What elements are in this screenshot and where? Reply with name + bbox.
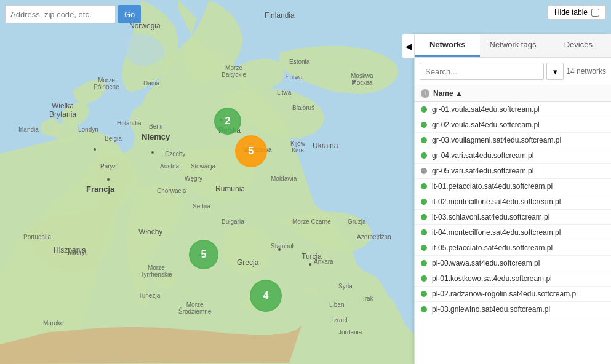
network-row[interactable]: gr-05.vari.sat4edu.softcream.pl	[415, 164, 611, 179]
network-row[interactable]: it-05.petacciato.sat4edu.softcream.pl	[415, 240, 611, 256]
side-panel: Networks Network tags Devices ▾ 14 netwo…	[414, 34, 611, 364]
network-row[interactable]: gr-04.vari.sat4edu.softcream.pl	[415, 148, 611, 164]
network-row[interactable]: pl-02.radzanow-rogolin.sat4edu.softcream…	[415, 287, 611, 302]
svg-point-3	[151, 151, 154, 154]
chevron-down-icon: ▾	[553, 67, 557, 76]
tab-network-tags[interactable]: Network tags	[480, 34, 545, 57]
status-dot	[421, 260, 427, 266]
cluster-italy[interactable]: 5	[189, 240, 218, 269]
cluster-greece[interactable]: 4	[250, 280, 282, 312]
svg-point-8	[309, 263, 311, 266]
network-name: it-01.petacciato.sat4edu.softcream.pl	[432, 182, 553, 191]
status-dot	[421, 106, 427, 113]
network-row[interactable]: gr-02.voula.sat4edu.softcream.pl	[415, 117, 611, 133]
network-name: pl-02.radzanow-rogolin.sat4edu.softcream…	[432, 290, 578, 298]
status-dot	[421, 168, 427, 174]
network-row[interactable]: it-03.schiavoni.sat4edu.softcream.pl	[415, 210, 611, 225]
name-column-header[interactable]: Name ▲	[433, 89, 463, 98]
status-dot	[421, 199, 427, 205]
address-input[interactable]	[5, 5, 116, 23]
network-row[interactable]: gr-03.vouliagmeni.sat4edu.softcream.pl	[415, 133, 611, 148]
svg-point-7	[278, 248, 281, 251]
status-dot	[421, 229, 427, 235]
hide-table-label: Hide table	[554, 8, 588, 17]
network-name: gr-01.voula.sat4edu.softcream.pl	[432, 105, 540, 114]
hide-table-button[interactable]: Hide table	[548, 5, 606, 20]
network-row[interactable]: it-01.petacciato.sat4edu.softcream.pl	[415, 179, 611, 194]
go-button[interactable]: Go	[118, 5, 141, 23]
status-dot	[421, 152, 427, 159]
tab-devices[interactable]: Devices	[546, 34, 611, 57]
address-bar: Go	[5, 5, 141, 23]
network-name: it-03.schiavoni.sat4edu.softcream.pl	[432, 213, 549, 221]
network-name: gr-04.vari.sat4edu.softcream.pl	[432, 151, 533, 160]
network-row[interactable]: pl-03.gniewino.sat4edu.softcream.pl	[415, 302, 611, 317]
status-dot	[421, 306, 427, 312]
hide-table-checkbox[interactable]	[591, 9, 599, 17]
network-name: pl-01.kostkowo.sat4edu.softcream.pl	[432, 274, 552, 283]
network-name: it-02.montecilfone.sat4edu.softcream.pl	[432, 197, 561, 206]
network-name: gr-03.vouliagmeni.sat4edu.softcream.pl	[432, 136, 561, 144]
svg-point-1	[94, 148, 96, 151]
search-input[interactable]	[420, 63, 544, 80]
network-name: pl-00.wawa.sat4edu.softcream.pl	[432, 259, 540, 267]
network-row[interactable]: gr-01.voula.sat4edu.softcream.pl	[415, 102, 611, 117]
info-icon: i	[421, 89, 429, 98]
network-count: 14 networks	[566, 67, 606, 76]
network-name: it-04.montecilfone.sat4edu.softcream.pl	[432, 228, 561, 237]
network-name: pl-03.gniewino.sat4edu.softcream.pl	[432, 305, 550, 314]
search-dropdown-button[interactable]: ▾	[546, 63, 564, 80]
network-list: gr-01.voula.sat4edu.softcream.plgr-02.vo…	[415, 102, 611, 364]
network-name: gr-02.voula.sat4edu.softcream.pl	[432, 121, 540, 129]
network-row[interactable]: it-04.montecilfone.sat4edu.softcream.pl	[415, 225, 611, 240]
status-dot	[421, 214, 427, 220]
network-row[interactable]: it-02.montecilfone.sat4edu.softcream.pl	[415, 194, 611, 210]
collapse-icon: ◀	[405, 42, 412, 51]
svg-point-2	[107, 178, 110, 181]
collapse-panel-button[interactable]: ◀	[402, 34, 414, 58]
table-header: i Name ▲	[415, 85, 611, 102]
network-name: it-05.petacciato.sat4edu.softcream.pl	[432, 243, 553, 252]
tabs-bar: Networks Network tags Devices	[415, 34, 611, 58]
cluster-warsaw[interactable]: 5	[235, 135, 267, 167]
status-dot	[421, 183, 427, 189]
network-row[interactable]: pl-01.kostkowo.sat4edu.softcream.pl	[415, 271, 611, 287]
status-dot	[421, 245, 427, 251]
network-row[interactable]: pl-00.wawa.sat4edu.softcream.pl	[415, 256, 611, 271]
search-bar: ▾ 14 networks	[415, 58, 611, 85]
svg-point-6	[353, 80, 356, 82]
cluster-poland-north[interactable]: 2	[214, 108, 241, 135]
status-dot	[421, 122, 427, 128]
status-dot	[421, 291, 427, 297]
status-dot	[421, 137, 427, 143]
tab-networks[interactable]: Networks	[415, 34, 480, 57]
network-name: gr-05.vari.sat4edu.softcream.pl	[432, 167, 533, 175]
status-dot	[421, 275, 427, 282]
